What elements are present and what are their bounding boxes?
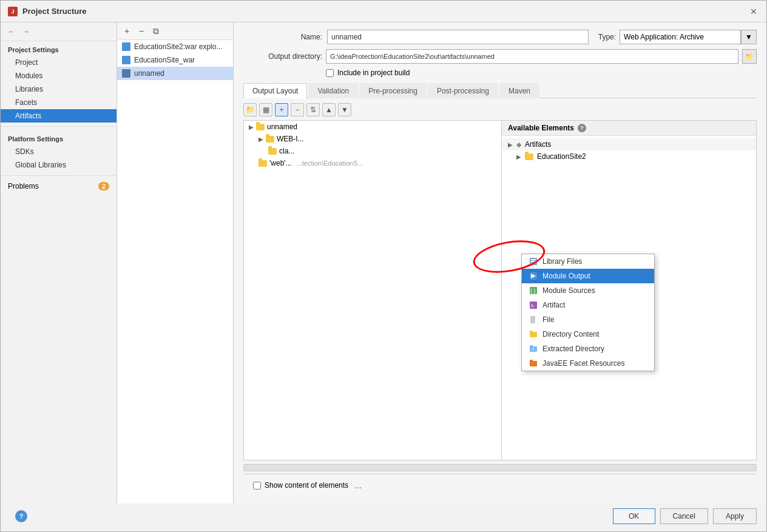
tree-item[interactable]: ▶ WEB-I... [244, 133, 501, 145]
layout-toolbar: 📁 ▦ + − ⇅ ▲ ▼ [243, 103, 757, 116]
name-input[interactable] [327, 30, 589, 44]
sidebar-problems[interactable]: Problems 2 [1, 180, 117, 193]
list-item[interactable]: EducationSite2:war explo... [117, 40, 233, 53]
copy-artifact-button[interactable]: ⧉ [150, 25, 162, 37]
project-settings-header: Project Settings [1, 41, 117, 56]
help-button[interactable]: ? [15, 510, 27, 522]
title-bar-left: J Project Structure [8, 7, 86, 16]
help-icon[interactable]: ? [578, 124, 586, 132]
chevron-right-icon: ▶ [508, 141, 513, 148]
dropdown-item-module-sources[interactable]: { } Module Sources [522, 283, 654, 298]
tab-pre-processing[interactable]: Pre-processing [359, 83, 427, 98]
sidebar-item-project[interactable]: Project [1, 56, 117, 69]
list-item[interactable]: EducationSite_war [117, 53, 233, 67]
chevron-right-icon-2: ▶ [516, 153, 521, 160]
svg-rect-18 [530, 360, 533, 362]
dropdown-item-artifact[interactable]: A Artifact [522, 298, 654, 312]
include-checkbox-row: Include in project build [243, 69, 757, 77]
avail-item[interactable]: ▶ ◆ Artifacts [502, 138, 756, 150]
show-content-ellipsis-btn[interactable]: ... [352, 479, 364, 491]
layout-btn-2[interactable]: ▦ [259, 103, 272, 116]
tab-output-layout[interactable]: Output Layout [243, 83, 307, 98]
sidebar-divider-2 [1, 175, 117, 176]
dropdown-item-module-output[interactable]: Module Output [522, 269, 654, 283]
main-panel: Name: Type: Web Application: Archive ▼ O… [234, 22, 766, 503]
type-select[interactable]: Web Application: Archive [620, 30, 741, 44]
nav-forward-button[interactable]: → [20, 26, 32, 37]
move-up-btn[interactable]: ▲ [322, 103, 336, 116]
svg-text:↗: ↗ [531, 347, 535, 351]
dropdown-label: File [542, 315, 554, 324]
sidebar-item-global-libraries[interactable]: Global Libraries [1, 158, 117, 172]
create-dir-btn[interactable]: 📁 [243, 103, 257, 116]
svg-text:{ }: { } [530, 288, 536, 294]
ok-button[interactable]: OK [613, 508, 655, 524]
dropdown-item-directory-content[interactable]: Directory Content [522, 327, 654, 342]
add-element-btn[interactable]: + [275, 103, 288, 116]
svg-rect-2 [531, 261, 536, 262]
dropdown-item-javaee-facet[interactable]: JavaEE Facet Resources [522, 356, 654, 371]
avail-label: Artifacts [525, 140, 551, 149]
javaee-icon [529, 359, 538, 368]
svg-rect-17 [530, 361, 537, 366]
sidebar-item-facets[interactable]: Facets [1, 96, 117, 109]
nav-back-button[interactable]: ← [5, 26, 18, 37]
svg-rect-13 [530, 331, 533, 332]
tree-label-4: 'web'... [269, 159, 292, 167]
output-layout-area: 📁 ▦ + − ⇅ ▲ ▼ ▶ unnamed [243, 103, 757, 474]
artifact-unnamed-icon [122, 69, 130, 78]
avail-item[interactable]: ▶ EducationSite2 [502, 150, 756, 163]
output-dir-input[interactable] [326, 49, 738, 64]
show-content-checkbox[interactable] [253, 482, 261, 490]
dialog-buttons: ? OK Cancel Apply [1, 503, 766, 531]
layout-tree: ▶ unnamed ▶ WEB-I... cla... [243, 120, 502, 460]
source-icon: { } [529, 286, 538, 295]
output-dir-label: Output directory: [243, 52, 322, 61]
artifact-list-panel: + − ⧉ EducationSite2:war explo... Educat… [117, 22, 234, 503]
folder-icon-avail [525, 153, 533, 160]
sidebar-item-artifacts[interactable]: Artifacts [1, 109, 117, 123]
list-item[interactable]: unnamed [117, 67, 233, 80]
tab-validation[interactable]: Validation [308, 83, 358, 98]
cancel-button[interactable]: Cancel [660, 508, 708, 524]
close-button[interactable]: ✕ [748, 6, 759, 17]
type-dropdown-btn[interactable]: ▼ [741, 30, 757, 44]
sidebar-item-sdks[interactable]: SDKs [1, 145, 117, 158]
layout-content: ▶ unnamed ▶ WEB-I... cla... [243, 120, 757, 460]
move-down-btn[interactable]: ▼ [338, 103, 351, 116]
remove-element-btn[interactable]: − [291, 103, 304, 116]
project-structure-dialog: J Project Structure ✕ ← → Project Settin… [0, 0, 767, 532]
sidebar-item-modules[interactable]: Modules [1, 69, 117, 82]
dropdown-item-extracted-directory[interactable]: ↗ Extracted Directory [522, 342, 654, 356]
dropdown-item-library-files[interactable]: Library Files [522, 254, 654, 269]
tree-item[interactable]: 'web'... ...tection\EducationS... [244, 157, 501, 169]
library-icon [529, 257, 538, 266]
sidebar-item-libraries[interactable]: Libraries [1, 82, 117, 96]
sidebar: ← → Project Settings Project Modules Lib… [1, 22, 117, 503]
artifacts-icon: ◆ [516, 141, 521, 149]
svg-rect-12 [530, 332, 537, 337]
svg-rect-3 [531, 263, 534, 264]
tab-maven[interactable]: Maven [499, 83, 539, 98]
title-bar: J Project Structure ✕ [1, 1, 766, 22]
include-label: Include in project build [337, 69, 410, 77]
tree-label: unnamed [267, 123, 297, 131]
remove-artifact-button[interactable]: − [135, 25, 147, 37]
tree-label-3: cla... [279, 147, 294, 155]
include-checkbox[interactable] [326, 69, 334, 77]
apply-button[interactable]: Apply [713, 508, 757, 524]
dropdown-menu: Library Files Module Output { } [521, 254, 655, 371]
browse-button[interactable]: 📁 [742, 49, 757, 64]
sort-btn[interactable]: ⇅ [306, 103, 320, 116]
dropdown-item-file[interactable]: File [522, 312, 654, 327]
name-label: Name: [243, 33, 322, 41]
svg-text:A: A [530, 303, 534, 309]
tree-item[interactable]: cla... [244, 145, 501, 157]
platform-settings-header: Platform Settings [1, 130, 117, 145]
add-artifact-button[interactable]: + [121, 25, 133, 37]
tab-post-processing[interactable]: Post-processing [428, 83, 498, 98]
scrollbar[interactable] [243, 464, 757, 471]
dropdown-label: Module Output [542, 272, 590, 280]
tree-item[interactable]: ▶ unnamed [244, 121, 501, 133]
tree-label-2: WEB-I... [277, 135, 304, 143]
